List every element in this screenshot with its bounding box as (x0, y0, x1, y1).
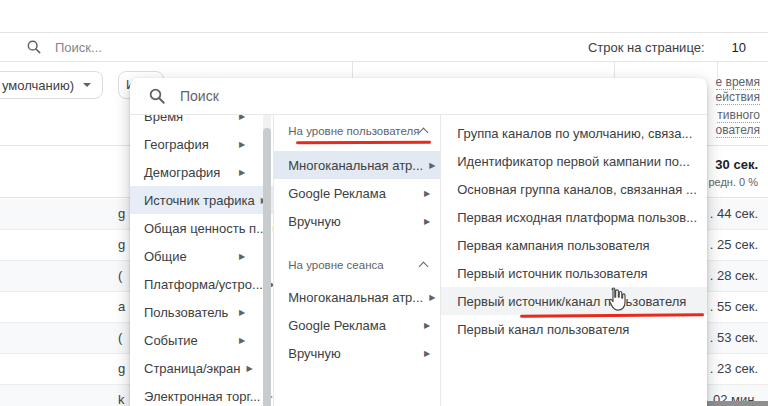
chevron-up-icon (419, 128, 429, 138)
submenu-arrow-icon: ▶ (429, 161, 435, 170)
scope-list: Многоканальная атр...▶ Google Реклама▶ В… (274, 151, 440, 235)
rows-per-page-label: Строк на странице: (588, 40, 705, 55)
dimension-item[interactable]: Основная группа каналов, связанная ... (441, 175, 707, 203)
dimension-item[interactable]: Первая исходная платформа пользов... (441, 203, 707, 231)
section-header-session-level[interactable]: На уровне сеанса (288, 257, 427, 273)
scope-item-cross-channel[interactable]: Многоканальная атр...▶ (274, 151, 440, 179)
scope-column: На уровне пользователя Многоканальная ат… (274, 115, 441, 406)
channel-group-chip[interactable]: умолчанию) (0, 71, 103, 99)
category-item-page-screen[interactable]: Страница/экран▶ (130, 354, 273, 382)
scope-item-cross-channel-session[interactable]: Многоканальная атр...▶ (274, 283, 440, 311)
category-item-platform[interactable]: Платформа/устро...▶ (130, 270, 273, 298)
category-list: Время▶ География▶ Демография▶ Источник т… (130, 115, 273, 406)
category-item-user[interactable]: Пользователь▶ (130, 298, 273, 326)
submenu-arrow-icon: ▶ (424, 189, 430, 198)
scope-item-google-ads[interactable]: Google Реклама▶ (274, 179, 440, 207)
category-item-ecommerce[interactable]: Электронная торг...▶ (130, 382, 273, 406)
column-header-line[interactable]: тивного (698, 108, 760, 123)
dimension-item[interactable]: Первый канал пользователя (441, 315, 707, 343)
category-item-demography[interactable]: Демография▶ (130, 158, 273, 186)
dimension-item-first-source-medium[interactable]: Первый источник/канал пользователя (441, 287, 707, 315)
search-icon (148, 87, 166, 105)
analytics-report-screen: Строк на странице: 10 умолчанию) И е вре… (0, 0, 768, 406)
submenu-arrow-icon: ▶ (239, 140, 245, 149)
picker-columns: Время▶ География▶ Демография▶ Источник т… (130, 115, 707, 406)
table-search-bar: Строк на странице: 10 (0, 33, 768, 62)
chevron-up-icon (419, 262, 429, 272)
submenu-arrow-icon: ▶ (424, 217, 430, 226)
scrollbar-thumb[interactable] (263, 128, 271, 406)
column-divider (614, 62, 615, 78)
category-item-time[interactable]: Время▶ (130, 115, 273, 130)
dimension-picker-panel: Время▶ География▶ Демография▶ Источник т… (130, 78, 707, 406)
dimension-column: Группа каналов по умолчанию, связа... Ид… (441, 115, 707, 406)
picker-search-input[interactable] (180, 88, 380, 104)
submenu-arrow-icon: ▶ (239, 252, 245, 261)
column-header-line[interactable]: ействия (698, 90, 760, 105)
dimension-item[interactable]: Группа каналов по умолчанию, связа... (441, 119, 707, 147)
scope-list: Многоканальная атр...▶ Google Реклама▶ В… (274, 283, 440, 367)
category-item-ltv[interactable]: Общая ценность п...▶ (130, 214, 273, 242)
submenu-arrow-icon: ▶ (247, 364, 253, 373)
dimension-item[interactable]: Идентификатор первой кампании по... (441, 147, 707, 175)
search-icon (26, 39, 42, 55)
rows-per-page: Строк на странице: 10 (588, 40, 768, 55)
column-header-line[interactable]: ователя (698, 123, 760, 138)
dimension-item[interactable]: Первая кампания пользователя (441, 231, 707, 259)
column-divider (352, 62, 353, 78)
column-header-line[interactable]: е время (698, 75, 760, 90)
dimension-list: Группа каналов по умолчанию, связа... Ид… (441, 119, 707, 343)
category-item-traffic-source[interactable]: Источник трафика▶ (130, 186, 273, 214)
scope-item-manual[interactable]: Вручную▶ (274, 207, 440, 235)
category-column: Время▶ География▶ Демография▶ Источник т… (130, 115, 274, 406)
submenu-arrow-icon: ▶ (239, 308, 245, 317)
picker-search-bar (130, 78, 707, 115)
section-header-user-level[interactable]: На уровне пользователя (288, 123, 427, 139)
category-item-event[interactable]: Событие▶ (130, 326, 273, 354)
category-item-geography[interactable]: География▶ (130, 130, 273, 158)
submenu-arrow-icon: ▶ (424, 321, 430, 330)
submenu-arrow-icon: ▶ (239, 115, 245, 121)
scope-item-google-ads-session[interactable]: Google Реклама▶ (274, 311, 440, 339)
submenu-arrow-icon: ▶ (429, 293, 435, 302)
red-underline-annotation (296, 141, 431, 144)
dimension-item[interactable]: Первый источник пользователя (441, 259, 707, 287)
hand-cursor-icon (604, 286, 626, 316)
rows-per-page-value[interactable]: 10 (732, 40, 746, 55)
submenu-arrow-icon: ▶ (239, 168, 245, 177)
category-item-general[interactable]: Общие▶ (130, 242, 273, 270)
caret-down-icon (83, 83, 91, 87)
table-column-headers: е время ействия тивного ователя (698, 75, 768, 138)
scope-item-manual-session[interactable]: Вручную▶ (274, 339, 440, 367)
submenu-arrow-icon: ▶ (239, 336, 245, 345)
submenu-arrow-icon: ▶ (424, 349, 430, 358)
search-input[interactable] (55, 40, 355, 55)
channel-group-chip-label: умолчанию) (2, 78, 74, 93)
